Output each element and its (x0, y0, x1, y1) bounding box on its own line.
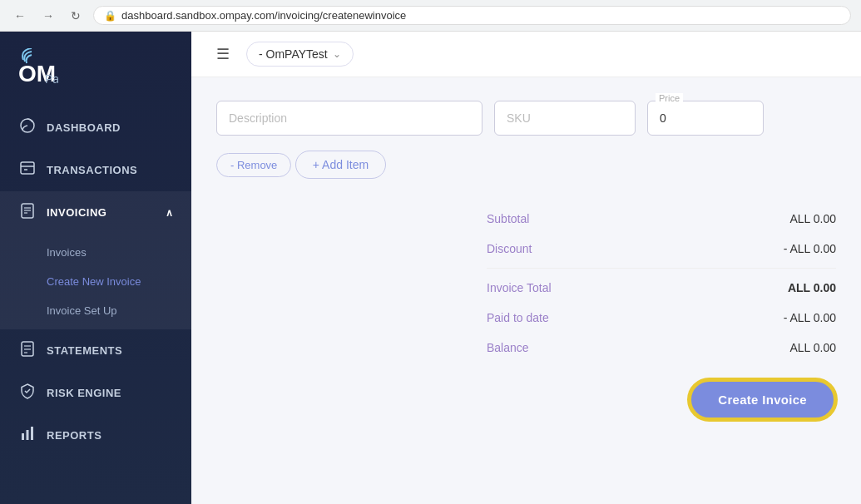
subtotal-row: Subtotal ALL 0.00 (487, 204, 836, 234)
description-input[interactable] (216, 101, 482, 136)
svg-rect-14 (22, 433, 24, 440)
create-invoice-button[interactable]: Create Invoice (689, 379, 836, 420)
sidebar-logo: OM Pay (0, 32, 191, 102)
back-button[interactable]: ← (10, 7, 30, 24)
svg-text:Pay: Pay (45, 72, 58, 86)
invoicing-section: INVOICING ∧ Invoices Create New Invoice … (0, 191, 191, 329)
sidebar-item-statements[interactable]: STATEMENTS (0, 329, 191, 372)
url-text: dashboard.sandbox.ompay.com/invoicing/cr… (121, 9, 406, 22)
discount-row: Discount - ALL 0.00 (487, 234, 836, 264)
invoicing-submenu: Invoices Create New Invoice Invoice Set … (0, 234, 191, 329)
menu-button[interactable]: ☰ (211, 42, 235, 67)
balance-label: Balance (487, 341, 529, 354)
svg-rect-15 (27, 430, 29, 440)
logo-icon: OM Pay (17, 48, 58, 90)
reports-icon (18, 425, 37, 446)
invoice-total-row: Invoice Total ALL 0.00 (487, 273, 836, 303)
dashboard-icon (18, 117, 37, 138)
price-input[interactable] (647, 101, 764, 136)
sidebar-item-transactions[interactable]: TRANSACTIONS (0, 149, 191, 191)
browser-chrome: ← → ↻ 🔒 dashboard.sandbox.ompay.com/invo… (0, 0, 861, 32)
risk-engine-label: RISK ENGINE (47, 387, 121, 399)
svg-rect-16 (31, 427, 33, 440)
main-content: ☰ - OmPAYTest ⌄ Price (191, 32, 861, 504)
submenu-item-invoices[interactable]: Invoices (0, 238, 191, 267)
paid-to-date-row: Paid to date - ALL 0.00 (487, 303, 836, 333)
subtotal-label: Subtotal (487, 212, 529, 225)
invoicing-label: INVOICING (47, 206, 106, 219)
risk-engine-icon (18, 383, 37, 403)
sku-input[interactable] (494, 101, 636, 136)
sidebar-item-reports[interactable]: REPORTS (0, 414, 191, 457)
totals-section: Subtotal ALL 0.00 Discount - ALL 0.00 In… (487, 204, 836, 420)
sidebar-navigation: DASHBOARD TRANSACTIONS INVOICING ∧ (0, 102, 191, 504)
subtotal-value: ALL 0.00 (789, 212, 836, 225)
statements-icon (18, 340, 37, 361)
sidebar-item-dashboard[interactable]: DASHBOARD (0, 106, 191, 149)
balance-row: Balance ALL 0.00 (487, 333, 836, 363)
refresh-button[interactable]: ↻ (67, 7, 85, 24)
item-row: Price (216, 101, 836, 136)
address-bar: 🔒 dashboard.sandbox.ompay.com/invoicing/… (93, 6, 851, 25)
statements-label: STATEMENTS (47, 344, 122, 357)
price-label: Price (656, 93, 683, 103)
sku-field (494, 101, 636, 136)
add-item-button[interactable]: + Add Item (295, 151, 386, 179)
submenu-item-invoice-set-up[interactable]: Invoice Set Up (0, 296, 191, 325)
sidebar-item-risk-engine[interactable]: RISK ENGINE (0, 372, 191, 414)
app-container: OM Pay DASHBOARD TRANSACTIONS (0, 32, 861, 504)
total-divider (487, 268, 836, 269)
sidebar: OM Pay DASHBOARD TRANSACTIONS (0, 32, 191, 504)
sidebar-item-invoicing[interactable]: INVOICING ∧ (0, 191, 191, 234)
invoice-total-label: Invoice Total (487, 281, 552, 294)
submenu-item-create-new-invoice[interactable]: Create New Invoice (0, 267, 191, 296)
expand-icon: ∧ (166, 207, 174, 219)
forward-button[interactable]: → (38, 7, 58, 24)
paid-to-date-value: - ALL 0.00 (784, 311, 836, 324)
invoice-total-value: ALL 0.00 (788, 281, 836, 294)
top-bar: ☰ - OmPAYTest ⌄ (191, 32, 861, 77)
chevron-down-icon: ⌄ (333, 48, 341, 60)
reports-label: REPORTS (47, 429, 101, 442)
transactions-icon (18, 160, 37, 180)
svg-rect-3 (21, 162, 34, 174)
create-invoice-wrapper: Create Invoice (487, 379, 836, 420)
org-name: - OmPAYTest (259, 47, 328, 61)
discount-label: Discount (487, 242, 532, 255)
dashboard-label: DASHBOARD (47, 121, 121, 134)
content-body: Price - Remove + Add Item Subtotal ALL 0… (191, 77, 861, 504)
transactions-label: TRANSACTIONS (47, 164, 137, 176)
paid-to-date-label: Paid to date (487, 311, 549, 324)
discount-value: - ALL 0.00 (784, 242, 836, 255)
org-selector[interactable]: - OmPAYTest ⌄ (246, 42, 354, 67)
description-field (216, 101, 482, 136)
remove-button[interactable]: - Remove (216, 153, 291, 177)
balance-value: ALL 0.00 (789, 341, 836, 354)
invoicing-icon (18, 202, 37, 223)
price-field: Price (647, 101, 764, 136)
lock-icon: 🔒 (104, 10, 116, 22)
